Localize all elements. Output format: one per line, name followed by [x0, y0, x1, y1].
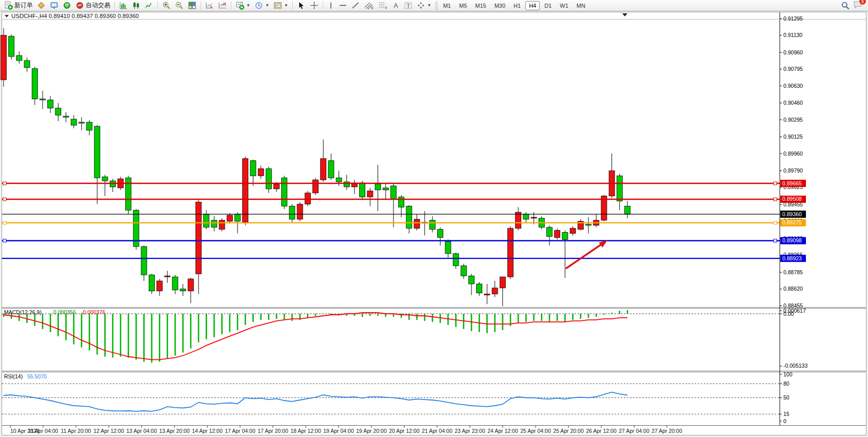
arrows-tool-button[interactable]: ▼	[415, 0, 433, 11]
vertical-line-button[interactable]	[325, 0, 337, 11]
tile-windows-icon	[188, 1, 196, 10]
chevron-down-icon: ▼	[284, 3, 288, 8]
periods-icon	[254, 1, 263, 10]
gold-cube-button[interactable]	[35, 0, 48, 11]
auto-trading-icon	[75, 1, 84, 10]
line-handle[interactable]	[774, 182, 777, 185]
price-tick: 0.90795	[783, 66, 803, 72]
new-order-button[interactable]: 新订单	[2, 0, 35, 11]
toolbar-separator	[231, 2, 231, 10]
price-badge-0.89508: 0.89508	[780, 196, 806, 203]
symbol-ohlc-title: USDCHF-,H4 0.89410 0.89437 0.89360 0.893…	[11, 13, 139, 19]
toolbar-separator	[114, 2, 115, 10]
zoom-in-button[interactable]	[160, 0, 173, 11]
svg-text:0.89098: 0.89098	[782, 237, 802, 243]
svg-text:T: T	[406, 2, 410, 9]
chart-window[interactable]: USDCHF-,H4 0.89410 0.89437 0.89360 0.893…	[0, 11, 868, 437]
periods-button[interactable]: ▼	[252, 0, 271, 11]
chart-shift-button[interactable]	[216, 0, 229, 11]
macd-label: MACD(12,26,9)0.000356-0.000376	[4, 309, 105, 315]
price-tick: 0.90960	[783, 49, 803, 55]
toolbar-separator	[292, 2, 293, 10]
rsi-axis-label: 100	[783, 371, 793, 377]
svg-text:MACD(12,26,9): MACD(12,26,9)	[4, 309, 42, 315]
candlestick-button[interactable]	[130, 0, 143, 11]
tile-windows-button[interactable]	[186, 0, 199, 11]
rsi-axis-label: 0	[783, 418, 786, 424]
new-chart-button[interactable]: ▼	[233, 0, 252, 11]
trendline-button[interactable]	[349, 0, 362, 11]
line-handle[interactable]	[3, 221, 6, 224]
price-badge-0.88923: 0.88923	[780, 255, 806, 262]
svg-text:F: F	[385, 6, 387, 10]
chat-button[interactable]: 1	[853, 0, 863, 11]
signal-button[interactable]	[61, 0, 73, 11]
line-handle[interactable]	[3, 198, 6, 201]
tab-timeframe-M1[interactable]: M1	[440, 1, 455, 10]
search-icon[interactable]	[841, 1, 850, 10]
crosshair-button[interactable]	[308, 0, 321, 11]
tab-timeframe-M15[interactable]: M15	[471, 1, 489, 10]
macd-main-value: 0.000356	[53, 309, 76, 315]
tab-timeframe-MN[interactable]: MN	[573, 1, 589, 10]
tab-timeframe-W1[interactable]: W1	[556, 1, 572, 10]
line-chart-button[interactable]	[143, 0, 155, 11]
price-tick: 0.88620	[783, 286, 803, 292]
tab-timeframe-H4[interactable]: H4	[525, 1, 540, 10]
zoom-in-icon	[162, 1, 171, 10]
price-tick: 0.90630	[783, 83, 803, 89]
bar-chart-button[interactable]	[117, 0, 130, 11]
chart-canvas[interactable]: USDCHF-,H4 0.89410 0.89437 0.89360 0.893…	[0, 11, 868, 437]
date-label: 27 Apr 04:00	[619, 428, 649, 434]
line-handle[interactable]	[774, 221, 777, 224]
price-tick: 0.89790	[783, 167, 803, 174]
svg-text:0.88923: 0.88923	[782, 255, 802, 261]
price-tick: 0.91130	[783, 32, 802, 38]
new-order-icon	[4, 1, 13, 10]
date-label: 13 Apr 04:00	[126, 428, 157, 434]
terminal-button[interactable]	[48, 0, 61, 11]
candlestick-icon	[132, 1, 141, 10]
date-label: 26 Apr 12:00	[586, 428, 617, 434]
macd-signal-value: -0.000376	[81, 309, 105, 315]
line-handle[interactable]	[3, 239, 6, 242]
date-label: 23 Apr 23:00	[455, 428, 485, 434]
date-label: 25 Apr 20:00	[553, 428, 584, 434]
signal-icon	[63, 1, 71, 10]
date-label: 11 Apr 20:00	[61, 428, 91, 434]
text-icon: A	[392, 1, 400, 10]
macd-axis-label: -0.005133	[783, 363, 807, 369]
zoom-out-button[interactable]	[173, 0, 186, 11]
date-label: 18 Apr 12:00	[290, 428, 321, 434]
line-chart-icon	[145, 1, 153, 10]
date-label: 19 Apr 20:00	[356, 428, 387, 434]
svg-text:RSI(14): RSI(14)	[4, 373, 23, 379]
tab-timeframe-H1[interactable]: H1	[510, 1, 524, 10]
auto-scroll-button[interactable]	[203, 0, 216, 11]
rsi-value: 55.5070	[27, 373, 47, 379]
fibonacci-button[interactable]: F	[376, 0, 390, 11]
date-label: 17 Apr 20:00	[258, 428, 288, 434]
tab-timeframe-M5[interactable]: M5	[456, 1, 470, 10]
label-button[interactable]: T	[402, 0, 415, 11]
date-label: 12 Apr 12:00	[93, 428, 124, 434]
cursor-icon	[297, 1, 306, 10]
date-label: 20 Apr 12:00	[389, 428, 420, 434]
rsi-axis-label: 80	[783, 381, 790, 387]
horizontal-line-button[interactable]	[337, 0, 349, 11]
line-handle[interactable]	[774, 239, 777, 242]
line-handle[interactable]	[774, 198, 777, 201]
new-order-label: 新订单	[14, 1, 33, 10]
text-button[interactable]: A	[390, 0, 402, 11]
tab-timeframe-M30[interactable]: M30	[491, 1, 509, 10]
channel-button[interactable]: E	[362, 0, 376, 11]
date-label: 24 Apr 12:00	[487, 428, 518, 434]
auto-trading-button[interactable]: 自动交易	[73, 0, 112, 11]
chat-badge: 1	[859, 0, 866, 5]
line-handle[interactable]	[3, 182, 6, 185]
date-label: 14 Apr 12:00	[192, 428, 223, 434]
cursor-button[interactable]	[295, 0, 308, 11]
tab-timeframe-D1[interactable]: D1	[541, 1, 555, 10]
svg-text:A: A	[393, 2, 398, 9]
templates-button[interactable]: ▼	[271, 0, 290, 11]
